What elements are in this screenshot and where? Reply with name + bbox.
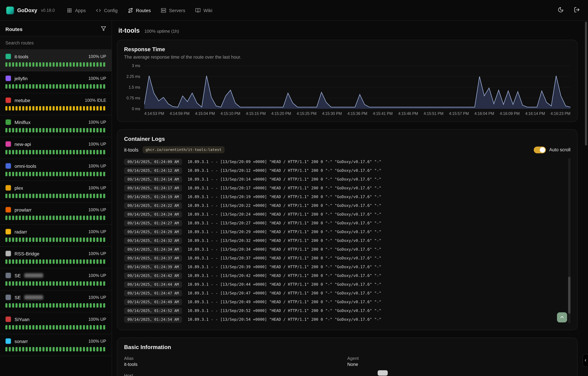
log-timestamp-badge: 09/14/2025, 01:24:37 AM: [124, 255, 182, 261]
nav-item-apps[interactable]: Apps: [67, 8, 86, 13]
nav-item-routes[interactable]: Routes: [128, 8, 151, 13]
autoscroll-toggle[interactable]: [534, 146, 546, 153]
x-tick-label: 4:15:25 PM: [297, 112, 317, 115]
log-timestamp-badge: 09/14/2025, 01:24:09 AM: [124, 158, 182, 165]
route-item-rss-bridge[interactable]: RSS-Bridge100% UP: [0, 247, 112, 269]
logs-scrollbar[interactable]: [568, 158, 570, 323]
route-name: omni-tools: [14, 163, 36, 169]
log-message: 10.89.3.1 - - [13/Sep/20:34 +0000] "HEAD…: [188, 247, 381, 252]
info-field-agent: AgentNone: [347, 356, 570, 367]
log-message: 10.89.3.1 - - [13/Sep/20:22 +0000] "HEAD…: [188, 203, 381, 208]
route-status-label: 100% UP: [88, 76, 106, 81]
scroll-to-top-button[interactable]: [557, 312, 567, 323]
route-item-jellyfin[interactable]: jellyfin100% UP: [0, 72, 112, 93]
route-favicon-icon: [5, 294, 11, 300]
log-timestamp-badge: 09/14/2025, 01:24:54 AM: [124, 316, 182, 323]
route-uptime-bars: [5, 347, 106, 351]
route-search-input[interactable]: [0, 36, 112, 50]
route-item-new-api[interactable]: new-api100% UP: [0, 137, 112, 159]
info-field-alias: Aliasit-tools: [124, 356, 347, 367]
x-tick-label: 4:15:15 PM: [246, 112, 266, 115]
log-timestamp-badge: 09/14/2025, 01:24:12 AM: [124, 167, 182, 174]
route-favicon-icon: [5, 119, 11, 125]
route-item-metube[interactable]: metube100% IDLE: [0, 93, 112, 115]
navbar: GoDoxy v0.18.0 AppsConfigRoutesServersWi…: [0, 0, 588, 21]
log-timestamp-badge: 09/14/2025, 01:24:27 AM: [124, 220, 182, 226]
container-logs-card: Container Logs it-tools ghcr.io/corentin…: [117, 129, 577, 330]
log-message: 10.89.3.1 - - [13/Sep/20:09 +0000] "HEAD…: [188, 159, 381, 164]
x-tick-label: 4:15:46 PM: [398, 112, 418, 115]
y-tick-label: 0 ms: [132, 107, 140, 111]
collapse-panel-tab[interactable]: [583, 354, 588, 367]
route-uptime-bars: [5, 325, 106, 330]
route-status-label: 100% UP: [88, 142, 106, 146]
log-timestamp-badge: 09/14/2025, 01:24:14 AM: [124, 176, 182, 182]
route-name: it-tools: [14, 54, 28, 59]
route-uptime-bars: [5, 84, 106, 89]
log-message: 10.89.3.1 - - [13/Sep/20:24 +0000] "HEAD…: [188, 212, 381, 217]
chart-y-axis: 3 ms2.25 ms1.5 ms0.75 ms0 ms: [124, 66, 140, 109]
route-name: Miniflux: [14, 119, 31, 125]
route-name: new-api: [14, 141, 31, 147]
route-item-siyuan[interactable]: SiYuan100% UP: [0, 312, 112, 334]
route-item-prowlarr[interactable]: prowlarr100% UP: [0, 203, 112, 225]
grid-icon: [67, 8, 72, 13]
route-name: radarr: [14, 229, 27, 234]
route-item-se[interactable]: SE100% UP: [0, 290, 112, 312]
response-time-card: Response Time The average response time …: [117, 40, 577, 122]
nav-item-wiki[interactable]: Wiki: [195, 8, 213, 13]
chevron-left-icon: [584, 358, 587, 363]
route-item-sonarr[interactable]: sonarr100% UP: [0, 334, 112, 356]
route-item-plex[interactable]: plex100% UP: [0, 181, 112, 203]
response-chart-svg: [144, 66, 570, 109]
nav-item-label: Routes: [136, 8, 151, 13]
log-timestamp-badge: 09/14/2025, 01:24:49 AM: [124, 299, 182, 305]
log-message: 10.89.3.1 - - [13/Sep/20:32 +0000] "HEAD…: [188, 238, 381, 243]
filter-routes-button[interactable]: [101, 26, 106, 32]
log-message: 10.89.3.1 - - [13/Sep/20:49 +0000] "HEAD…: [188, 300, 381, 304]
route-status-label: 100% UP: [88, 251, 106, 256]
servers-icon: [161, 8, 166, 13]
logs-scrollbar-thumb[interactable]: [568, 277, 570, 314]
page-header: it-tools 100% uptime (1h): [118, 27, 577, 34]
godoxy-app: GoDoxy v0.18.0 AppsConfigRoutesServersWi…: [0, 0, 588, 376]
route-item-radarr[interactable]: radarr100% UP: [0, 225, 112, 247]
sidebar: Routes it-tools100% UPjellyfin100% UPmet…: [0, 21, 112, 376]
route-uptime-bars: [5, 62, 106, 67]
page-scrollbar[interactable]: [585, 21, 587, 146]
log-row: 09/14/2025, 01:24:54 AM10.89.3.1 - - [13…: [124, 315, 565, 324]
route-favicon-icon: [5, 207, 11, 213]
nav-item-config[interactable]: Config: [96, 8, 118, 13]
route-name: SiYuan: [14, 316, 30, 322]
log-row: 09/14/2025, 01:24:19 AM10.89.3.1 - - [13…: [124, 192, 565, 201]
nav-item-servers[interactable]: Servers: [161, 8, 185, 13]
uptime-label: 100% uptime (1h): [144, 29, 179, 34]
chart-x-axis: 4:14:53 PM4:14:59 PM4:15:04 PM4:15:10 PM…: [144, 112, 570, 115]
theme-toggle-button[interactable]: [558, 7, 564, 14]
info-field-host: Host: [124, 373, 347, 376]
route-name: RSS-Bridge: [14, 251, 39, 256]
x-tick-label: 4:14:53 PM: [144, 112, 164, 115]
route-favicon-icon: [5, 75, 11, 81]
brand[interactable]: GoDoxy v0.18.0: [6, 6, 55, 14]
log-row: 09/14/2025, 01:24:37 AM10.89.3.1 - - [13…: [124, 254, 565, 262]
route-status-label: 100% UP: [88, 317, 106, 322]
route-item-omni-tools[interactable]: omni-tools100% UP: [0, 159, 112, 181]
log-row: 09/14/2025, 01:24:09 AM10.89.3.1 - - [13…: [124, 157, 565, 166]
route-status-label: 100% UP: [88, 295, 106, 300]
route-favicon-icon: [5, 185, 11, 191]
route-item-se[interactable]: SE100% UP: [0, 269, 112, 290]
route-status-label: 100% UP: [88, 186, 106, 190]
route-status-label: 100% UP: [88, 229, 106, 234]
log-timestamp-badge: 09/14/2025, 01:24:52 AM: [124, 307, 182, 314]
autoscroll-control: Auto scroll: [534, 146, 570, 153]
info-field-value: None: [347, 362, 570, 367]
info-field-label: Host: [124, 373, 347, 376]
filter-icon: [101, 26, 106, 32]
info-grid: Aliasit-toolsAgentNoneHost: [124, 356, 570, 376]
route-uptime-bars: [5, 216, 106, 220]
route-item-it-tools[interactable]: it-tools100% UP: [0, 50, 112, 72]
logout-button[interactable]: [574, 7, 580, 14]
log-timestamp-badge: 09/14/2025, 01:24:39 AM: [124, 264, 182, 270]
route-item-miniflux[interactable]: Miniflux100% UP: [0, 115, 112, 137]
